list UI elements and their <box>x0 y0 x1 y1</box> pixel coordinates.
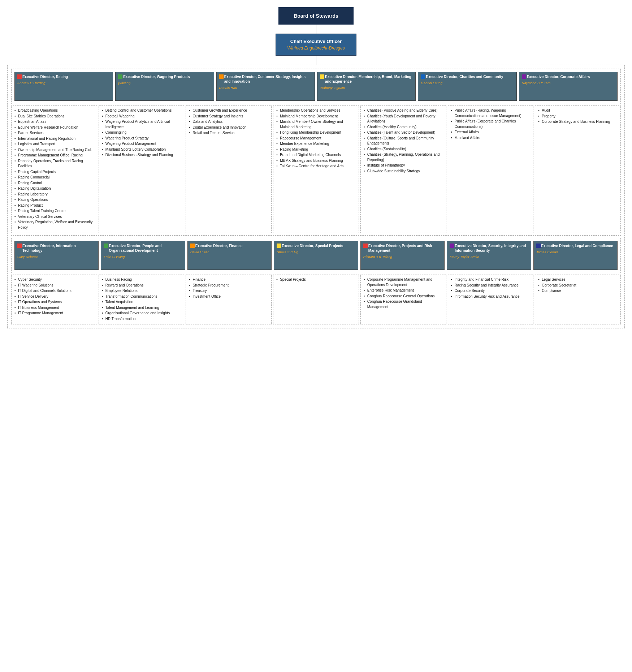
list-item: Logistics and Transport <box>14 142 94 147</box>
ed-projects-name: Richard A K Tsiang <box>363 255 442 259</box>
dept-col-projects: Corporate Programme Management and Opera… <box>360 275 446 324</box>
flag-orange-customer <box>219 74 224 79</box>
list-item: International and Racing Regulation <box>14 136 94 142</box>
ed-card-wagering: Executive Director, Wagering Products (v… <box>115 72 214 101</box>
ed-row1-grid: Executive Director, Racing Andrew C Hard… <box>14 72 618 101</box>
list-item: Data and Analytics <box>189 119 268 125</box>
ceo-box: Chief Executive Officer Winfried Engelbr… <box>276 34 356 56</box>
ed-security-title: Executive Director, Security, Integrity … <box>455 244 528 253</box>
dept-col-finance: Finance Strategic Procurement Treasury I… <box>186 275 272 324</box>
list-item: Reward and Operations <box>102 283 181 288</box>
dept-col-it: Cyber Security IT Wagering Solutions IT … <box>11 275 97 324</box>
list-item: Brand and Digital Marketing Channels <box>276 152 356 158</box>
list-item: Equine Welfare Research Foundation <box>14 125 94 130</box>
list-item: IT Service Delivery <box>14 294 94 300</box>
dept-col-racing: Broadcasting Operations Dual Site Stable… <box>11 105 97 233</box>
list-item: Programme Management Office, Racing <box>14 153 94 158</box>
org-chart: Board of Stewards Chief Executive Office… <box>7 7 625 328</box>
list-item: Veterinary Regulation, Welfare and Biose… <box>14 220 94 230</box>
dept-list-customer: Customer Growth and Experience Customer … <box>189 108 268 136</box>
list-item: Information Security Risk and Assurance <box>451 294 531 300</box>
list-item: Equestrian Affairs <box>14 119 94 125</box>
list-item: Employee Relations <box>102 288 181 294</box>
list-item: Membership Operations and Services <box>276 108 356 113</box>
list-item: Broadcasting Operations <box>14 108 94 113</box>
list-item: Mainland Membership Development <box>276 114 356 119</box>
flag-yellow-membership <box>320 74 324 79</box>
ed-it-title: Executive Director, Information Technolo… <box>22 244 96 253</box>
ed-corporate-title: Executive Director, Corporate Affairs <box>527 74 590 79</box>
flag-green-wagering <box>118 74 122 79</box>
dept-list-wagering: Betting Control and Customer Operations … <box>102 108 181 158</box>
main-section: Executive Director, Racing Andrew C Hard… <box>7 65 625 328</box>
flag-red-it <box>17 244 22 248</box>
flag-red-projects <box>363 244 368 248</box>
dept-list-special: Special Projects <box>276 277 356 283</box>
list-item: Charities (Culture, Sports and Community… <box>364 136 443 146</box>
list-item: Tai Kwun – Centre for Heritage and Arts <box>276 164 356 169</box>
dept-list-corporate: Public Affairs (Racing, Wagering Communi… <box>451 108 531 141</box>
list-item: Corporate Strategy and Business Planning <box>538 119 618 125</box>
list-item: Racing Security and Integrity Assurance <box>451 283 531 288</box>
list-item: Farrier Services <box>14 130 94 136</box>
list-item: Racing Marketing <box>276 147 356 152</box>
ed-customer-name: Dennis Hau <box>219 86 312 90</box>
list-item: Football Wagering <box>102 114 181 119</box>
list-item: Cyber Security <box>14 277 94 283</box>
list-item: Investment Office <box>189 294 268 300</box>
ed-card-security: Executive Director, Security, Integrity … <box>447 241 531 270</box>
ed-card-customer: Executive Director, Customer Strategy, I… <box>216 72 315 101</box>
ed-special-title: Executive Director, Special Projects <box>282 244 343 248</box>
ceo-title: Chief Executive Officer <box>287 39 345 44</box>
list-item: Enterprise Risk Management <box>364 288 443 293</box>
ed-card-corporate: Executive Director, Corporate Affairs Ra… <box>519 72 618 101</box>
flag-green-people <box>104 244 108 248</box>
list-item: Special Projects <box>276 277 356 283</box>
ed-card-finance: Executive Director, Finance David H Fan <box>187 241 272 270</box>
list-item: IT Business Management <box>14 305 94 311</box>
flag-orange-finance <box>190 244 195 248</box>
dept-col-special: Special Projects <box>273 275 359 324</box>
ed-membership-title: Executive Director, Membership, Brand, M… <box>325 74 413 84</box>
list-item: Customer Strategy and Insights <box>189 114 268 119</box>
ed-wagering-name: (vacant) <box>118 81 211 85</box>
list-item: Racing Control <box>14 181 94 186</box>
list-item: Dual Site Stables Operations <box>14 114 94 119</box>
list-item: Hong Kong Membership Development <box>276 130 356 135</box>
flag-yellow-special <box>277 244 281 248</box>
dept-col-people: Business Facing Reward and Operations Em… <box>99 275 185 324</box>
dept-col-legal-top: Audit Property Corporate Strategy and Bu… <box>535 105 621 233</box>
ed-customer-title: Executive Director, Customer Strategy, I… <box>224 74 312 84</box>
ed-card-racing: Executive Director, Racing Andrew C Hard… <box>14 72 113 101</box>
list-item: IT Operations and Systems <box>14 300 94 305</box>
list-item: Corporate Secretariat <box>538 283 618 288</box>
dept-list-racing: Broadcasting Operations Dual Site Stable… <box>14 108 94 230</box>
ed-special-name: Sheila S C Ng <box>277 250 355 254</box>
list-item: Charities (Sustainability) <box>364 147 443 152</box>
connector-board-ceo <box>316 25 316 34</box>
list-item: IT Programme Management <box>14 311 94 316</box>
ed-card-projects: Executive Director, Projects and Risk Ma… <box>360 241 445 270</box>
list-item: Conghua Racecourse Grandstand Management <box>364 299 443 310</box>
section-separator <box>11 235 621 236</box>
list-item: Customer Growth and Experience <box>189 108 268 113</box>
list-item: Veterinary Clinical Services <box>14 214 94 220</box>
ed-legal-title: Executive Director, Legal and Compliance <box>541 244 613 248</box>
dept-list-membership: Membership Operations and Services Mainl… <box>276 108 356 169</box>
connector-ceo-eds <box>316 56 316 65</box>
list-item: Racecourse Management <box>276 136 356 141</box>
ed-row2-section: Executive Director, Information Technolo… <box>11 238 621 273</box>
list-item: Business Facing <box>102 277 181 283</box>
list-item: Institute of Philanthropy <box>364 163 443 168</box>
ceo-name: Winfried Engelbrecht-Bresges <box>287 46 345 51</box>
list-item: Wagering Product Management <box>102 141 181 147</box>
flag-navy-legal <box>536 244 541 248</box>
dept-list-finance: Finance Strategic Procurement Treasury I… <box>189 277 268 299</box>
dept-list-legal-top: Audit Property Corporate Strategy and Bu… <box>538 108 618 125</box>
list-item: Corporate Programme Management and Opera… <box>364 277 443 288</box>
list-item: Mainland Member/ Owner Strategy and Main… <box>276 119 356 130</box>
dept-list-charities: Charities (Positive Ageing and Elderly C… <box>364 108 443 174</box>
ed-legal-name: James Bidlake <box>536 250 615 254</box>
list-item: Racing Commercial <box>14 175 94 180</box>
list-item: Property <box>538 114 618 119</box>
